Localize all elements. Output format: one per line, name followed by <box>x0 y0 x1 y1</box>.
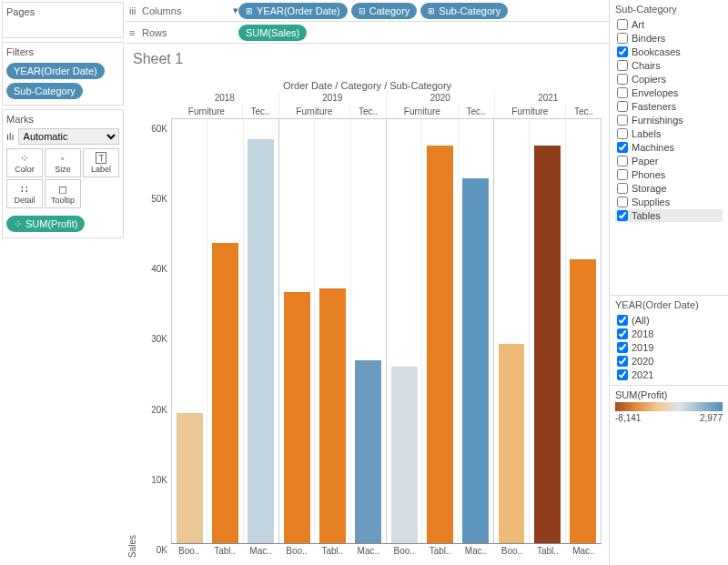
bar-cell <box>458 119 493 543</box>
subcategory-filter-item[interactable]: Paper <box>615 155 723 167</box>
subcategory-filter-item[interactable]: Labels <box>615 127 723 140</box>
filter-pill[interactable]: YEAR(Order Date) <box>6 63 105 79</box>
checkbox[interactable] <box>617 356 628 367</box>
bar[interactable] <box>248 139 274 543</box>
filter-item-label: Phones <box>632 169 665 180</box>
checkbox[interactable] <box>617 60 628 71</box>
x-label: Mac.. <box>350 544 386 558</box>
checkbox[interactable] <box>617 142 628 153</box>
mark-cell-size[interactable]: ◦Size <box>45 148 81 177</box>
subcategory-filter-item[interactable]: Binders <box>615 32 723 45</box>
filter-item-label: (All) <box>632 315 650 326</box>
checkbox[interactable] <box>617 169 628 180</box>
checkbox[interactable] <box>617 128 628 139</box>
mark-cell-detail[interactable]: ∷Detail <box>6 179 43 208</box>
filter-item-label: Binders <box>632 33 665 44</box>
year-filter-item[interactable]: 2018 <box>615 328 723 340</box>
checkbox[interactable] <box>617 46 628 57</box>
year-filter-item[interactable]: 2019 <box>615 341 723 354</box>
checkbox[interactable] <box>617 328 628 339</box>
rows-shelf[interactable]: ≡ Rows SUM(Sales) <box>126 22 609 44</box>
subcategory-filter-item[interactable]: Envelopes <box>615 86 723 99</box>
checkbox[interactable] <box>617 101 628 112</box>
checkbox[interactable] <box>617 342 628 353</box>
checkbox[interactable] <box>617 33 628 44</box>
bar[interactable] <box>284 292 310 543</box>
x-label: Tabl.. <box>207 544 242 558</box>
bar-cell <box>421 119 457 543</box>
legend-gradient[interactable] <box>615 402 723 411</box>
subcategory-filter-title: Sub-Category <box>615 4 723 15</box>
subcategory-filter-item[interactable]: Bookcases <box>615 45 723 58</box>
bar-cell <box>243 119 278 543</box>
subcategory-filter-item[interactable]: Art <box>615 18 723 31</box>
filter-item-label: Storage <box>632 183 667 194</box>
bar[interactable] <box>319 288 346 543</box>
bar[interactable] <box>212 243 238 543</box>
bar[interactable] <box>177 413 203 543</box>
mark-cell-label[interactable]: 🅃Label <box>83 148 119 177</box>
checkbox[interactable] <box>617 197 628 207</box>
pill-icon: ⊞ <box>246 6 253 15</box>
columns-shelf[interactable]: iii Columns ▾ ⊞YEAR(Order Date)⊟Category… <box>126 0 609 22</box>
checkbox[interactable] <box>617 74 628 85</box>
filter-item-label: Machines <box>632 142 674 153</box>
year-filter-item[interactable]: 2020 <box>615 355 723 368</box>
mark-cell-tooltip[interactable]: ◻Tooltip <box>45 179 81 208</box>
column-pill[interactable]: ⊞Sub-Category <box>420 3 508 19</box>
bar[interactable] <box>427 146 453 543</box>
filter-item-label: Bookcases <box>632 46 681 57</box>
year-filter-item[interactable]: 2021 <box>615 368 723 381</box>
checkbox[interactable] <box>617 115 628 126</box>
bar[interactable] <box>355 360 381 543</box>
bar[interactable] <box>462 178 489 543</box>
subcategory-filter-item[interactable]: Chairs <box>615 59 723 72</box>
x-label: Mac.. <box>458 544 493 558</box>
bar-icon: ılı <box>6 131 15 142</box>
year-filter-item[interactable]: (All) <box>615 314 723 327</box>
year-header-cell: 2018 <box>171 91 278 105</box>
bar[interactable] <box>391 367 418 543</box>
bar-cell <box>314 119 349 543</box>
year-filter-panel: YEAR(Order Date) (All)2018201920202021 <box>610 296 728 386</box>
subcategory-filter-item[interactable]: Supplies <box>615 196 723 208</box>
row-pill[interactable]: SUM(Sales) <box>238 25 307 41</box>
checkbox[interactable] <box>617 19 628 30</box>
category-header-cell: Tec.. <box>349 105 386 118</box>
column-pill[interactable]: ⊞YEAR(Order Date) <box>238 3 348 19</box>
bar[interactable] <box>534 146 561 543</box>
checkbox[interactable] <box>617 87 628 98</box>
filter-pill[interactable]: Sub-Category <box>6 83 83 99</box>
subcategory-filter-item[interactable]: Tables <box>615 209 723 222</box>
subcategory-filter-item[interactable]: Copiers <box>615 73 723 86</box>
bar[interactable] <box>570 259 596 543</box>
filter-item-label: 2020 <box>632 356 653 367</box>
size-icon: ◦ <box>46 152 80 165</box>
chart-title: Order Date / Category / Sub-Category <box>133 80 602 91</box>
column-pill[interactable]: ⊟Category <box>351 3 418 19</box>
marks-pill-profit[interactable]: ⁘ SUM(Profit) <box>6 216 85 232</box>
subcategory-filter-item[interactable]: Storage <box>615 182 723 195</box>
x-label: Tabl.. <box>422 544 458 558</box>
checkbox[interactable] <box>617 210 628 221</box>
mark-type-select[interactable]: Automatic <box>18 128 119 145</box>
checkbox[interactable] <box>617 315 628 326</box>
subcategory-filter-item[interactable]: Furnishings <box>615 114 723 126</box>
sheet-title[interactable]: Sheet 1 <box>133 51 602 67</box>
rows-icon: ≡ <box>129 27 142 38</box>
bar[interactable] <box>499 344 525 543</box>
mark-cell-color[interactable]: ⁘Color <box>6 148 43 177</box>
x-label: Mac.. <box>566 544 602 558</box>
subcategory-filter-item[interactable]: Phones <box>615 168 723 181</box>
subcategory-filter-item[interactable]: Fasteners <box>615 100 723 113</box>
checkbox[interactable] <box>617 369 628 380</box>
checkbox[interactable] <box>617 156 628 166</box>
category-header-cell: Tec.. <box>565 105 602 118</box>
bar-cell <box>386 119 421 543</box>
filters-title: Filters <box>6 46 119 57</box>
checkbox[interactable] <box>617 183 628 194</box>
filter-item-label: Chairs <box>632 60 661 71</box>
columns-icon: iii <box>129 5 142 16</box>
filter-item-label: Art <box>632 19 644 30</box>
subcategory-filter-item[interactable]: Machines <box>615 141 723 154</box>
